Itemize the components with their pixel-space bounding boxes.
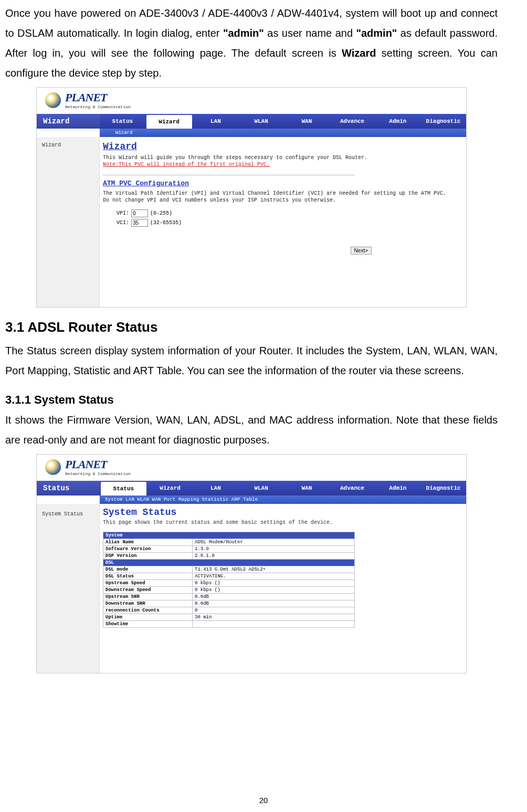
- next-button[interactable]: Next>: [351, 247, 372, 255]
- tab-wizard[interactable]: Wizard: [146, 115, 192, 129]
- main-nav: Status Status Wizard LAN WLAN WAN Advanc…: [37, 481, 466, 495]
- tab-admin[interactable]: Admin: [375, 114, 421, 129]
- wizard-intro-text: This Wizard will guide you through the s…: [103, 155, 461, 161]
- wizard-note-text: Note:This PVC will instead of the first …: [103, 162, 461, 167]
- divider: [103, 175, 355, 175]
- table-cell-key: Alias Name: [103, 539, 193, 546]
- nav-section-title: Wizard: [37, 114, 100, 129]
- table-row: Showtime: [103, 621, 355, 628]
- tab-wizard[interactable]: Wizard: [147, 481, 193, 495]
- table-cell-key: Downstream SNR: [103, 600, 193, 607]
- vpi-range: (0-255): [150, 210, 172, 216]
- table-row: Upstream Speed0 kbps (): [103, 580, 355, 587]
- wizard-screenshot: PLANET Networking & Communication Wizard…: [36, 87, 467, 308]
- main-nav: Wizard Status Wizard LAN WLAN WAN Advanc…: [37, 114, 466, 129]
- atm-desc-2: Do not change VPI and VCI numbers unless…: [103, 197, 461, 203]
- sub-nav[interactable]: Wizard: [100, 129, 466, 137]
- intro-text: as user name and: [267, 27, 356, 39]
- tab-diagnostic[interactable]: Diagnostic: [420, 114, 466, 129]
- content-panel: Wizard This Wizard will guide you throug…: [103, 138, 461, 302]
- table-row: Alias NameADSL Modem/Router: [103, 539, 355, 546]
- table-cell-value: T1.413 G.Dmt ADSL2 ADSL2+: [193, 566, 355, 573]
- tab-wlan[interactable]: WLAN: [238, 114, 284, 129]
- paragraph-3-1: The Status screen display system informa…: [5, 341, 498, 381]
- heading-3-1-1: 3.1.1 System Status: [5, 393, 498, 407]
- globe-icon: [45, 459, 61, 475]
- table-section-header: DSL: [103, 560, 355, 566]
- brand-logo: PLANET Networking & Communication: [45, 458, 131, 476]
- tab-lan[interactable]: LAN: [193, 481, 239, 495]
- table-cell-value: 0 kbps (): [193, 587, 355, 594]
- sidebar-item-system-status[interactable]: System Status: [42, 511, 83, 517]
- sidebar: Wizard: [37, 137, 100, 307]
- tab-admin[interactable]: Admin: [375, 481, 421, 495]
- table-cell-key: DSL Status: [103, 573, 193, 580]
- table-row: Software Version1.3.9: [103, 546, 355, 553]
- table-cell-key: Upstream Speed: [103, 580, 193, 587]
- intro-admin-1: "admin": [223, 27, 264, 39]
- vci-label: VCI:: [115, 220, 129, 226]
- sub-nav[interactable]: System LAN WLAN WAN Port Mapping Statist…: [100, 495, 466, 504]
- page-number: 20: [0, 796, 527, 805]
- globe-icon: [45, 92, 61, 108]
- brand-logo: PLANET Networking & Communication: [45, 91, 131, 109]
- panel-subtitle: This page shows the current status and s…: [103, 520, 461, 525]
- brand-title: PLANET: [65, 91, 131, 104]
- status-screenshot: PLANET Networking & Communication Status…: [36, 454, 467, 673]
- tab-advance[interactable]: Advance: [330, 114, 375, 129]
- table-row: Upstream SNR0.0dB: [103, 594, 355, 600]
- table-cell-value: 30 min: [193, 614, 355, 621]
- vci-range: (32-65535): [150, 220, 182, 226]
- paragraph-3-1-1: It shows the Firmware Version, WAN, LAN,…: [5, 410, 498, 450]
- intro-admin-2: "admin": [356, 27, 397, 39]
- nav-section-title: Status: [37, 481, 100, 495]
- table-row: Downstream SNR0.0dB: [103, 600, 355, 607]
- table-cell-value: 0 kbps (): [193, 580, 355, 587]
- content-panel: System Status This page shows the curren…: [103, 505, 461, 668]
- table-cell-value: 2.8.1.0: [193, 553, 355, 560]
- table-cell-value: 0: [193, 607, 355, 614]
- table-row: reconnection Counts0: [103, 607, 355, 614]
- panel-title: System Status: [103, 507, 461, 518]
- table-cell-key: DSP Version: [103, 553, 193, 560]
- table-cell-value: 1.3.9: [193, 546, 355, 553]
- vpi-label: VPI:: [115, 210, 129, 216]
- intro-wizard-bold: Wizard: [342, 47, 376, 59]
- sidebar: System Status: [37, 504, 100, 673]
- panel-title: Wizard: [103, 141, 461, 152]
- table-cell-key: Showtime: [103, 621, 193, 628]
- brand-title: PLANET: [65, 458, 131, 471]
- table-cell-key: DSL mode: [103, 566, 193, 573]
- table-cell-key: reconnection Counts: [103, 607, 193, 614]
- intro-paragraph: Once you have powered on ADE-3400v3 / AD…: [5, 3, 498, 83]
- status-table: SystemAlias NameADSL Modem/RouterSoftwar…: [103, 532, 355, 628]
- table-cell-key: Upstream SNR: [103, 594, 193, 600]
- sidebar-item-wizard[interactable]: Wizard: [42, 142, 61, 148]
- table-row: Downstream Speed0 kbps (): [103, 587, 355, 594]
- table-cell-value: 0.0dB: [193, 600, 355, 607]
- tab-status[interactable]: Status: [101, 482, 146, 495]
- tab-wan[interactable]: WAN: [284, 114, 330, 129]
- table-row: DSP Version2.8.1.0: [103, 553, 355, 560]
- tab-diagnostic[interactable]: Diagnostic: [420, 481, 466, 495]
- table-cell-key: Uptime: [103, 614, 193, 621]
- table-cell-value: [193, 621, 355, 628]
- tab-advance[interactable]: Advance: [330, 481, 375, 495]
- vci-input[interactable]: [131, 219, 148, 227]
- atm-desc-1: The Virtual Path Identifier (VPI) and Vi…: [103, 191, 461, 196]
- table-cell-value: ACTIVATING.: [193, 573, 355, 580]
- table-cell-key: Software Version: [103, 546, 193, 553]
- brand-tagline: Networking & Communication: [65, 471, 131, 476]
- brand-tagline: Networking & Communication: [65, 104, 131, 109]
- heading-3-1: 3.1 ADSL Router Status: [5, 319, 498, 335]
- table-row: DSL StatusACTIVATING.: [103, 573, 355, 580]
- tab-wan[interactable]: WAN: [284, 481, 330, 495]
- table-section-header: System: [103, 532, 355, 539]
- tab-lan[interactable]: LAN: [193, 114, 239, 129]
- vpi-input[interactable]: [131, 209, 148, 217]
- table-cell-value: 0.0dB: [193, 594, 355, 600]
- tab-status[interactable]: Status: [100, 114, 145, 129]
- table-row: DSL modeT1.413 G.Dmt ADSL2 ADSL2+: [103, 566, 355, 573]
- tab-wlan[interactable]: WLAN: [238, 481, 284, 495]
- atm-section-title: ATM PVC Configuration: [103, 180, 461, 187]
